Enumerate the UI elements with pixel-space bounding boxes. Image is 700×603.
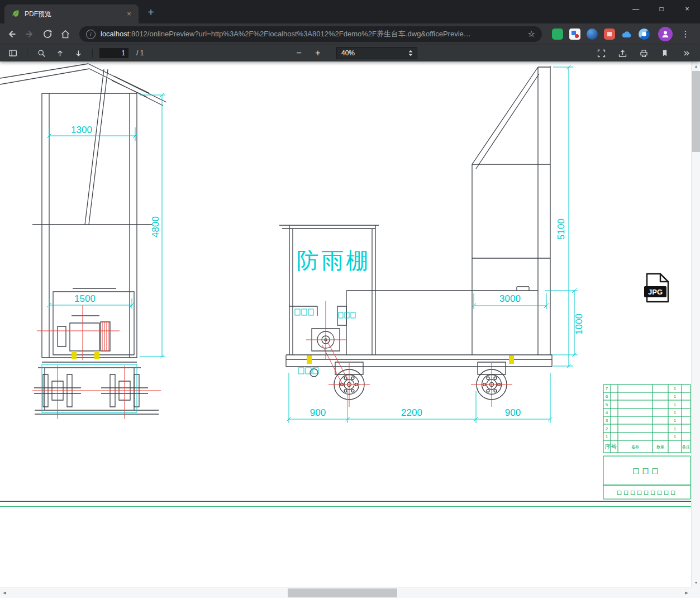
zoom-level-select[interactable]: 40% (336, 47, 417, 59)
forward-button[interactable] (21, 26, 38, 42)
zoom-out-button[interactable]: − (292, 46, 306, 60)
sheet-border-lines (0, 501, 691, 506)
open-file-icon (618, 49, 627, 58)
window-titlebar: PDF预览 × + — □ × (0, 0, 700, 23)
pdf-toolbar-center: − + 40% (292, 46, 417, 60)
horizontal-scrollbar-thumb[interactable] (288, 588, 397, 597)
row-num: 6 (606, 394, 608, 399)
tab-favicon-leaf-icon (11, 9, 20, 20)
new-tab-button[interactable]: + (143, 5, 159, 21)
jpg-badge-label: JPG (648, 288, 663, 296)
dim-front-top-width: 1300 (71, 125, 92, 135)
fullscreen-icon (597, 49, 606, 58)
dim-front-mid-width: 1500 (74, 293, 96, 304)
title-block (603, 384, 691, 499)
pdf-toolbar: / 1 − + 40% (0, 45, 700, 61)
url-text: localhost:8012/onlinePreview?url=http%3A… (101, 29, 523, 39)
window-minimize-button[interactable]: — (623, 0, 649, 17)
extension-cloud-icon[interactable] (621, 29, 632, 40)
shelter-label: 防雨棚 (297, 248, 370, 273)
extension-green-icon[interactable] (552, 29, 563, 40)
front-view-lines (0, 64, 166, 414)
horizontal-scrollbar[interactable]: ◀ ▶ (0, 587, 691, 598)
next-page-button[interactable] (71, 46, 85, 60)
row-num: 1 (606, 434, 608, 439)
title-block-footer: 口口口口口口口口口 (617, 490, 677, 496)
row-qty: 1 (674, 410, 677, 415)
page-info-icon[interactable]: i (86, 30, 96, 39)
person-icon (661, 30, 670, 39)
home-button[interactable] (57, 26, 74, 42)
row-qty: 1 (674, 394, 677, 399)
reload-button[interactable] (39, 26, 56, 42)
more-tools-button[interactable] (679, 46, 693, 60)
row-qty: 1 (674, 402, 677, 407)
toolbar-divider (27, 49, 27, 58)
arrow-down-icon (74, 49, 83, 58)
extension-translate-icon[interactable] (569, 29, 580, 40)
cyan-dimension-lines (42, 65, 578, 423)
profile-avatar[interactable] (658, 27, 673, 41)
header-note: 备注 (682, 444, 690, 449)
row-qty: 1 (674, 434, 677, 439)
sidebar-toggle-button[interactable] (6, 46, 20, 60)
browser-tab[interactable]: PDF预览 × (4, 4, 139, 23)
forward-arrow-icon (24, 29, 35, 40)
home-icon (60, 29, 71, 40)
open-file-button[interactable] (615, 46, 630, 60)
row-qty: 1 (674, 386, 677, 391)
previous-page-button[interactable] (53, 46, 67, 60)
header-name: 名称 (631, 445, 639, 449)
zoom-in-button[interactable]: + (311, 46, 325, 60)
back-button[interactable] (3, 26, 20, 42)
dim-side-box-height: 1000 (574, 314, 584, 335)
browser-menu-icon[interactable]: ⋮ (679, 29, 692, 39)
page-total-label: / 1 (136, 49, 144, 57)
bookmark-icon (660, 49, 669, 58)
pdf-toolbar-right (594, 46, 693, 60)
dim-side-upper-width: 3000 (499, 293, 521, 304)
print-icon (639, 49, 649, 58)
header-index: 序号 (604, 443, 617, 450)
back-arrow-icon (6, 29, 17, 40)
row-num: 5 (606, 402, 608, 407)
select-spinner-icon (407, 49, 414, 58)
url-bar[interactable]: i localhost:8012/onlinePreview?url=http%… (79, 26, 542, 42)
row-num: 4 (606, 410, 608, 415)
scroll-up-arrow[interactable]: ▲ (692, 61, 700, 70)
vertical-scrollbar-thumb[interactable] (692, 71, 700, 152)
extension-blue-circle-icon[interactable] (639, 29, 650, 40)
dim-front-height: 4800 (150, 216, 161, 238)
pdf-page-content: 1300 4800 1500 防雨棚 5100 3000 1000 900 22… (0, 61, 691, 587)
vertical-scrollbar[interactable]: ▲ ▼ (691, 61, 700, 587)
url-host: localhost (101, 30, 129, 38)
scroll-right-arrow[interactable]: ▶ (682, 588, 691, 598)
presentation-mode-button[interactable] (594, 46, 608, 60)
find-button[interactable] (34, 46, 49, 60)
scroll-left-arrow[interactable]: ◀ (0, 588, 9, 598)
dim-side-bottom-mid: 2200 (401, 407, 422, 418)
tab-close-icon[interactable]: × (124, 9, 134, 19)
header-qty: 数量 (656, 445, 664, 449)
bookmark-view-button[interactable] (658, 46, 672, 60)
page-number-input[interactable] (99, 48, 128, 58)
extension-red-grid-icon[interactable] (604, 29, 615, 40)
scroll-down-arrow[interactable]: ▼ (692, 578, 700, 587)
window-maximize-button[interactable]: □ (649, 0, 674, 17)
dim-side-bottom-left: 900 (310, 407, 326, 418)
print-button[interactable] (636, 46, 651, 60)
bookmark-star-icon[interactable]: ☆ (528, 29, 535, 39)
title-block-text: 7 6 5 4 3 2 1 1 1 1 1 1 1 1 序号 名称 数量 备注 … (604, 386, 690, 496)
row-qty: 1 (674, 418, 677, 423)
pdf-toolbar-left: / 1 (6, 46, 144, 60)
red-centerlines (32, 301, 512, 419)
arrow-up-icon (55, 49, 65, 58)
scrollbar-corner (691, 587, 700, 598)
dim-side-bottom-right: 900 (505, 407, 521, 418)
extension-blue-globe-icon[interactable] (587, 29, 598, 40)
dim-side-height: 5100 (556, 219, 566, 240)
reload-icon (42, 29, 53, 40)
row-num: 3 (606, 418, 608, 423)
window-close-button[interactable]: × (674, 0, 700, 17)
double-chevron-right-icon (682, 49, 691, 58)
